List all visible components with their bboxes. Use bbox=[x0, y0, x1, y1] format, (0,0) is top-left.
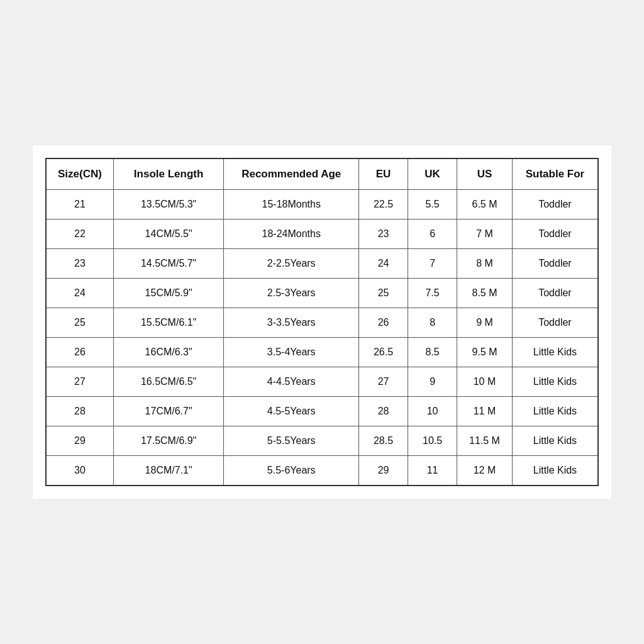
table-row: 2214CM/5.5"18-24Months2367 MToddler bbox=[46, 219, 598, 249]
cell-suitable-6: Little Kids bbox=[512, 367, 598, 397]
cell-us-1: 7 M bbox=[457, 219, 513, 249]
header-age: Recommended Age bbox=[224, 158, 359, 190]
cell-suitable-9: Little Kids bbox=[512, 456, 598, 486]
cell-age-1: 18-24Months bbox=[224, 219, 359, 249]
cell-insole-2: 14.5CM/5.7" bbox=[113, 249, 224, 279]
cell-us-8: 11.5 M bbox=[457, 426, 513, 456]
cell-insole-0: 13.5CM/5.3" bbox=[113, 190, 224, 219]
cell-sizecn-7: 28 bbox=[46, 397, 113, 426]
cell-us-6: 10 M bbox=[457, 367, 513, 397]
cell-age-3: 2.5-3Years bbox=[224, 279, 359, 308]
header-eu: EU bbox=[359, 158, 408, 190]
header-suitable: Sutable For bbox=[512, 158, 598, 190]
cell-eu-7: 28 bbox=[359, 397, 408, 426]
table-header-row: Size(CN) Insole Length Recommended Age E… bbox=[46, 158, 598, 190]
cell-sizecn-9: 30 bbox=[46, 456, 113, 486]
cell-insole-4: 15.5CM/6.1" bbox=[113, 308, 224, 338]
table-row: 3018CM/7.1"5.5-6Years291112 MLittle Kids bbox=[46, 456, 598, 486]
table-body: 2113.5CM/5.3"15-18Months22.55.56.5 MTodd… bbox=[46, 190, 598, 486]
cell-insole-7: 17CM/6.7" bbox=[113, 397, 224, 426]
cell-uk-1: 6 bbox=[408, 219, 457, 249]
cell-sizecn-1: 22 bbox=[46, 219, 113, 249]
cell-us-9: 12 M bbox=[457, 456, 513, 486]
cell-suitable-1: Toddler bbox=[512, 219, 598, 249]
cell-eu-1: 23 bbox=[359, 219, 408, 249]
size-chart-table: Size(CN) Insole Length Recommended Age E… bbox=[45, 158, 599, 486]
cell-us-2: 8 M bbox=[457, 249, 513, 279]
table-row: 2917.5CM/6.9"5-5.5Years28.510.511.5 MLit… bbox=[46, 426, 598, 456]
cell-suitable-8: Little Kids bbox=[512, 426, 598, 456]
table-row: 2716.5CM/6.5"4-4.5Years27910 MLittle Kid… bbox=[46, 367, 598, 397]
cell-uk-3: 7.5 bbox=[408, 279, 457, 308]
cell-age-9: 5.5-6Years bbox=[224, 456, 359, 486]
cell-sizecn-0: 21 bbox=[46, 190, 113, 219]
cell-age-8: 5-5.5Years bbox=[224, 426, 359, 456]
cell-age-5: 3.5-4Years bbox=[224, 338, 359, 367]
cell-us-7: 11 M bbox=[457, 397, 513, 426]
cell-suitable-7: Little Kids bbox=[512, 397, 598, 426]
cell-insole-1: 14CM/5.5" bbox=[113, 219, 224, 249]
cell-us-3: 8.5 M bbox=[457, 279, 513, 308]
header-insole: Insole Length bbox=[113, 158, 224, 190]
cell-us-5: 9.5 M bbox=[457, 338, 513, 367]
cell-uk-2: 7 bbox=[408, 249, 457, 279]
cell-insole-6: 16.5CM/6.5" bbox=[113, 367, 224, 397]
cell-us-0: 6.5 M bbox=[457, 190, 513, 219]
cell-eu-4: 26 bbox=[359, 308, 408, 338]
cell-age-0: 15-18Months bbox=[224, 190, 359, 219]
cell-eu-9: 29 bbox=[359, 456, 408, 486]
header-us: US bbox=[457, 158, 513, 190]
cell-insole-9: 18CM/7.1" bbox=[113, 456, 224, 486]
header-uk: UK bbox=[408, 158, 457, 190]
cell-uk-8: 10.5 bbox=[408, 426, 457, 456]
page-wrapper: Size(CN) Insole Length Recommended Age E… bbox=[33, 145, 611, 499]
cell-uk-5: 8.5 bbox=[408, 338, 457, 367]
cell-suitable-5: Little Kids bbox=[512, 338, 598, 367]
table-row: 2515.5CM/6.1"3-3.5Years2689 MToddler bbox=[46, 308, 598, 338]
table-row: 2314.5CM/5.7"2-2.5Years2478 MToddler bbox=[46, 249, 598, 279]
table-row: 2616CM/6.3"3.5-4Years26.58.59.5 MLittle … bbox=[46, 338, 598, 367]
cell-eu-2: 24 bbox=[359, 249, 408, 279]
cell-insole-5: 16CM/6.3" bbox=[113, 338, 224, 367]
cell-eu-3: 25 bbox=[359, 279, 408, 308]
cell-sizecn-5: 26 bbox=[46, 338, 113, 367]
cell-suitable-2: Toddler bbox=[512, 249, 598, 279]
cell-eu-8: 28.5 bbox=[359, 426, 408, 456]
cell-eu-6: 27 bbox=[359, 367, 408, 397]
table-row: 2817CM/6.7"4.5-5Years281011 MLittle Kids bbox=[46, 397, 598, 426]
cell-age-7: 4.5-5Years bbox=[224, 397, 359, 426]
header-sizecn: Size(CN) bbox=[46, 158, 113, 190]
cell-sizecn-6: 27 bbox=[46, 367, 113, 397]
cell-age-2: 2-2.5Years bbox=[224, 249, 359, 279]
cell-uk-7: 10 bbox=[408, 397, 457, 426]
cell-eu-0: 22.5 bbox=[359, 190, 408, 219]
cell-insole-8: 17.5CM/6.9" bbox=[113, 426, 224, 456]
cell-insole-3: 15CM/5.9" bbox=[113, 279, 224, 308]
cell-suitable-4: Toddler bbox=[512, 308, 598, 338]
cell-sizecn-3: 24 bbox=[46, 279, 113, 308]
cell-uk-0: 5.5 bbox=[408, 190, 457, 219]
cell-sizecn-8: 29 bbox=[46, 426, 113, 456]
cell-us-4: 9 M bbox=[457, 308, 513, 338]
cell-age-6: 4-4.5Years bbox=[224, 367, 359, 397]
table-row: 2113.5CM/5.3"15-18Months22.55.56.5 MTodd… bbox=[46, 190, 598, 219]
cell-uk-4: 8 bbox=[408, 308, 457, 338]
cell-sizecn-4: 25 bbox=[46, 308, 113, 338]
cell-uk-6: 9 bbox=[408, 367, 457, 397]
cell-suitable-3: Toddler bbox=[512, 279, 598, 308]
cell-uk-9: 11 bbox=[408, 456, 457, 486]
table-row: 2415CM/5.9"2.5-3Years257.58.5 MToddler bbox=[46, 279, 598, 308]
cell-eu-5: 26.5 bbox=[359, 338, 408, 367]
cell-sizecn-2: 23 bbox=[46, 249, 113, 279]
cell-suitable-0: Toddler bbox=[512, 190, 598, 219]
cell-age-4: 3-3.5Years bbox=[224, 308, 359, 338]
